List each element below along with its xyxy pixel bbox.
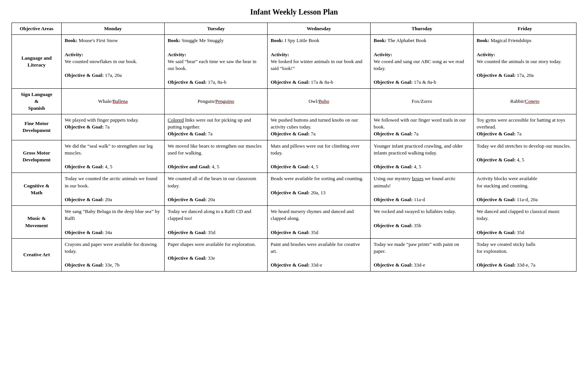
cell-row6-col1: Paper shapes were available for explorat… xyxy=(165,238,268,271)
cell-row1-col4: Rabbit/Conejo xyxy=(474,88,577,114)
area-cell-0: Language andLiteracy xyxy=(12,35,62,88)
cell-row5-col0: We sang “Baby Beluga in the deep blue se… xyxy=(62,206,165,239)
cell-row0-col2: Book: I Spy Little BookActivity:We looke… xyxy=(268,35,371,88)
cell-row5-col2: We heard nursery rhymes and danced and c… xyxy=(268,206,371,239)
header-monday: Monday xyxy=(62,23,165,35)
cell-row6-col3: Today we made “paw prints” with paint on… xyxy=(371,238,474,271)
cell-row3-col2: Mats and pillows were out for climbing o… xyxy=(268,140,371,173)
cell-row4-col1: We counted all of the bears in our class… xyxy=(165,173,268,206)
header-friday: Friday xyxy=(474,23,577,35)
cell-row4-col3: Using our mystery boxes we found arctic … xyxy=(371,173,474,206)
cell-row2-col3: We followed with our finger word trails … xyxy=(371,114,474,140)
cell-row3-col0: We did the “seal walk” to strengthen our… xyxy=(62,140,165,173)
cell-row6-col0: Crayons and paper were available for dra… xyxy=(62,238,165,271)
cell-row3-col3: Younger infant practiced crawling, and o… xyxy=(371,140,474,173)
header-tuesday: Tuesday xyxy=(165,23,268,35)
cell-row0-col4: Book: Magical FriendshipsActivity:We cou… xyxy=(474,35,577,88)
cell-row1-col3: Fox/Zorro xyxy=(371,88,474,114)
page: Infant Weekly Lesson Plan Objective Area… xyxy=(0,0,588,279)
header-wednesday: Wednesday xyxy=(268,23,371,35)
page-title: Infant Weekly Lesson Plan xyxy=(11,8,577,16)
area-cell-5: Music &Movement xyxy=(12,206,62,239)
cell-row5-col3: We rocked and swayed to lullabies today.… xyxy=(371,206,474,239)
cell-row2-col4: Toy gyms were accessible for batting at … xyxy=(474,114,577,140)
cell-row6-col2: Paint and brushes were available for cre… xyxy=(268,238,371,271)
cell-row2-col2: We pushed buttons and turned knobs on ou… xyxy=(268,114,371,140)
cell-row4-col4: Activity blocks were availablefor stacki… xyxy=(474,173,577,206)
cell-row1-col0: Whale/Ballena xyxy=(62,88,165,114)
cell-row4-col0: Today we counted the arctic animals we f… xyxy=(62,173,165,206)
cell-row3-col1: We moved like bears to strengthen our mu… xyxy=(165,140,268,173)
header-thursday: Thursday xyxy=(371,23,474,35)
area-cell-3: Gross MotorDevelopment xyxy=(12,140,62,173)
area-cell-4: Cognitive &Math xyxy=(12,173,62,206)
cell-row3-col4: Today we did stretches to develop our mu… xyxy=(474,140,577,173)
area-cell-1: Sign Language&Spanish xyxy=(12,88,62,114)
cell-row2-col1: Colored links were out for picking up an… xyxy=(165,114,268,140)
header-objective: Objective Areas xyxy=(12,23,62,35)
cell-row1-col1: Penguin/Penguino xyxy=(165,88,268,114)
cell-row6-col4: Today we created sticky ballsfor explora… xyxy=(474,238,577,271)
cell-row4-col2: Beads were available for sorting and cou… xyxy=(268,173,371,206)
lesson-plan-table: Objective Areas Monday Tuesday Wednesday… xyxy=(11,23,577,272)
cell-row2-col0: We played with finger puppets today.Obje… xyxy=(62,114,165,140)
area-cell-2: Fine MotorDevelopment xyxy=(12,114,62,140)
cell-row1-col2: Owl/Buho xyxy=(268,88,371,114)
area-cell-6: Creative Art xyxy=(12,238,62,271)
cell-row0-col1: Book: Snuggle Me SnugglyActivity:We said… xyxy=(165,35,268,88)
cell-row5-col4: We danced and clapped to classical music… xyxy=(474,206,577,239)
cell-row5-col1: Today we danced along to a Raffi CD and … xyxy=(165,206,268,239)
cell-row0-col3: Book: The Alphabet BookActivity:We cooed… xyxy=(371,35,474,88)
cell-row0-col0: Book: Mouse's First SnowActivity:We coun… xyxy=(62,35,165,88)
